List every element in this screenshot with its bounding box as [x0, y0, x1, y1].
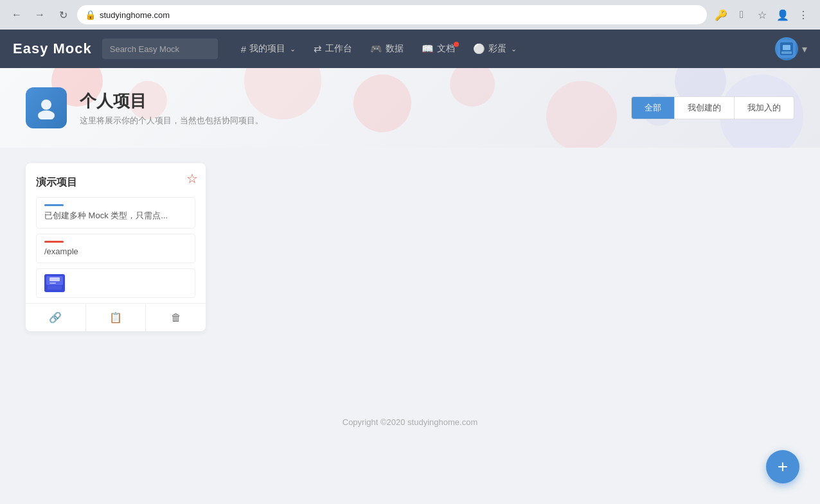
link-button[interactable]: 🔗 — [26, 304, 86, 331]
tab-joined[interactable]: 我加入的 — [735, 97, 794, 119]
notification-dot — [454, 42, 459, 47]
link-icon: 🔗 — [49, 312, 62, 323]
card-actions: 🔗 📋 🗑 — [26, 303, 206, 331]
api-item-1[interactable]: 已创建多种 Mock 类型，只需点... — [36, 197, 195, 229]
svg-rect-8 — [48, 286, 62, 290]
card-title: 演示项目 — [36, 176, 195, 189]
project-grid: ☆ 演示项目 已创建多种 Mock 类型，只需点... /example — [26, 163, 794, 331]
chevron-down-icon: ⌄ — [290, 45, 296, 53]
page-title: 个人项目 — [80, 90, 263, 112]
edit-button[interactable]: 📋 — [86, 304, 147, 331]
reload-button[interactable]: ↻ — [54, 6, 72, 24]
star-icon[interactable]: ☆ — [186, 171, 198, 186]
lock-icon: 🔒 — [85, 10, 96, 20]
nav-workbench-label: 工作台 — [325, 43, 352, 55]
back-button[interactable]: ← — [8, 6, 26, 24]
api-item-3-svg — [44, 274, 65, 292]
navbar: Easy Mock # 我的项目 ⌄ ⇄ 工作台 🎮 数据 📖 文档 ⚪ 彩蛋 … — [0, 30, 820, 68]
footer-text: Copyright ©2020 studyinghome.com — [343, 417, 477, 427]
api-item-3[interactable] — [36, 268, 195, 298]
nav-easter-egg-label: 彩蛋 — [488, 43, 506, 55]
clipboard-icon: 📋 — [109, 312, 122, 323]
page-subtitle: 这里将展示你的个人项目，当然也包括协同项目。 — [80, 115, 263, 126]
url-text: studyinghome.com — [100, 10, 170, 20]
svg-point-5 — [38, 110, 55, 119]
nav-data[interactable]: 🎮 数据 — [362, 39, 411, 58]
docs-icon: 📖 — [422, 43, 434, 55]
navbar-menu: # 我的项目 ⌄ ⇄ 工作台 🎮 数据 📖 文档 ⚪ 彩蛋 ⌄ — [233, 39, 775, 58]
api-item-2-bar — [44, 241, 64, 243]
api-item-2[interactable]: /example — [36, 234, 195, 263]
svg-rect-3 — [781, 51, 792, 54]
browser-chrome: ← → ↻ 🔒 studyinghome.com 🔑  ☆ 👤 ⋮ — [0, 0, 820, 30]
easter-egg-icon: ⚪ — [473, 43, 485, 55]
hash-icon: # — [241, 44, 246, 55]
key-icon[interactable]: 🔑 — [712, 6, 730, 24]
easter-egg-chevron-icon: ⌄ — [511, 45, 517, 53]
nav-workbench[interactable]: ⇄ 工作台 — [306, 39, 360, 58]
page-header-left: 个人项目 这里将展示你的个人项目，当然也包括协同项目。 — [26, 87, 263, 128]
api-item-1-bar — [44, 204, 64, 206]
api-item-1-text: 已创建多种 Mock 类型，只需点... — [44, 210, 187, 222]
nav-docs-label: 文档 — [437, 43, 455, 55]
avatar-image — [775, 37, 798, 60]
svg-point-4 — [41, 100, 51, 110]
profile-icon[interactable]: 👤 — [774, 6, 792, 24]
more-icon[interactable]: ⋮ — [794, 6, 812, 24]
add-project-button[interactable]: + — [766, 450, 799, 483]
svg-rect-9 — [49, 277, 60, 281]
bookmark-icon[interactable]: ☆ — [753, 6, 771, 24]
tab-all[interactable]: 全部 — [632, 97, 675, 119]
workbench-icon: ⇄ — [314, 43, 322, 55]
avatar[interactable] — [775, 37, 798, 60]
footer: Copyright ©2020 studyinghome.com — [0, 404, 820, 440]
card-body: 演示项目 已创建多种 Mock 类型，只需点... /example — [26, 163, 206, 298]
page-header: 个人项目 这里将展示你的个人项目，当然也包括协同项目。 全部 我创建的 我加入的 — [0, 68, 820, 148]
tab-created[interactable]: 我创建的 — [675, 97, 735, 119]
app-brand: Easy Mock — [13, 40, 92, 57]
browser-toolbar: 🔑  ☆ 👤 ⋮ — [712, 6, 812, 24]
main-content: ☆ 演示项目 已创建多种 Mock 类型，只需点... /example — [0, 148, 820, 404]
svg-rect-10 — [49, 282, 56, 284]
nav-data-label: 数据 — [386, 43, 404, 55]
page-tabs: 全部 我创建的 我加入的 — [631, 96, 794, 119]
search-input[interactable] — [102, 39, 218, 59]
svg-rect-2 — [783, 45, 790, 50]
api-item-3-icon-container — [44, 274, 187, 292]
address-bar[interactable]: 🔒 studyinghome.com — [77, 5, 707, 24]
nav-docs[interactable]: 📖 文档 — [414, 39, 463, 58]
data-icon: 🎮 — [370, 43, 382, 55]
trash-icon: 🗑 — [171, 312, 181, 323]
nav-my-projects-label: 我的项目 — [249, 43, 285, 55]
page-header-info: 个人项目 这里将展示你的个人项目，当然也包括协同项目。 — [80, 90, 263, 126]
page-avatar — [26, 87, 67, 128]
forward-button[interactable]: → — [31, 6, 49, 24]
nav-easter-egg[interactable]: ⚪ 彩蛋 ⌄ — [465, 39, 524, 58]
nav-my-projects[interactable]: # 我的项目 ⌄ — [233, 39, 303, 58]
delete-button[interactable]: 🗑 — [146, 304, 206, 331]
navbar-user[interactable]: ▾ — [775, 37, 807, 60]
translate-icon[interactable]:  — [733, 6, 751, 24]
api-item-2-text: /example — [44, 247, 187, 256]
user-chevron-icon: ▾ — [802, 43, 807, 55]
project-card: ☆ 演示项目 已创建多种 Mock 类型，只需点... /example — [26, 163, 206, 331]
